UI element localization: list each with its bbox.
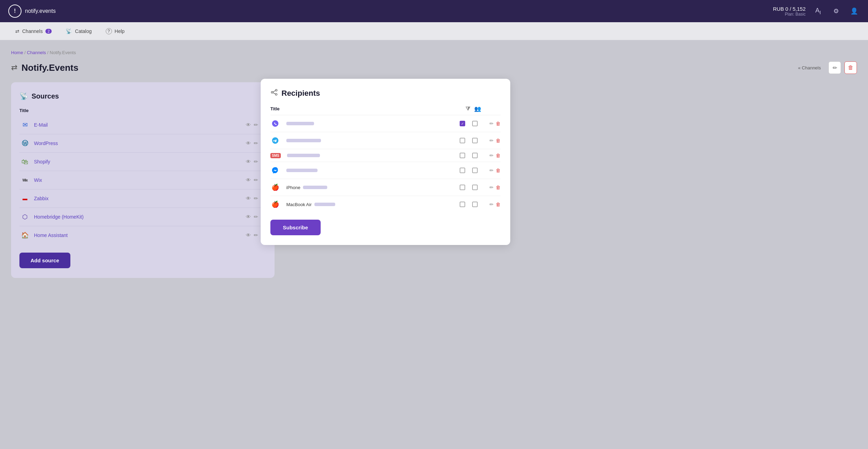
checkbox-macbook-1[interactable]	[460, 202, 465, 207]
rec-check2-iphone[interactable]	[469, 185, 481, 190]
rec-check1-sms[interactable]	[456, 153, 469, 158]
homeassistant-icon: 🏠	[19, 230, 31, 241]
edit-zabbix-button[interactable]: ✏	[254, 195, 258, 202]
view-email-button[interactable]: 👁	[246, 122, 251, 128]
edit-homeassistant-button[interactable]: ✏	[254, 232, 258, 238]
checkbox-messenger-1[interactable]	[460, 168, 465, 173]
view-homeassistant-button[interactable]: 👁	[246, 232, 251, 238]
delete-channel-button[interactable]: 🗑	[844, 61, 857, 74]
rec-check2-messenger[interactable]	[469, 168, 481, 173]
sources-title: Sources	[32, 92, 59, 100]
user-icon[interactable]: 👤	[849, 6, 860, 17]
edit-homebridge-button[interactable]: ✏	[254, 214, 258, 220]
checkbox-viber-2[interactable]	[472, 121, 478, 126]
rec-row-iphone: 🍎 iPhone ✏ 🗑	[270, 179, 501, 196]
rec-check2-viber[interactable]	[469, 121, 481, 126]
edit-messenger-button[interactable]: ✏	[489, 168, 494, 173]
group-icon[interactable]: 👥	[474, 105, 481, 112]
view-wix-button[interactable]: 👁	[246, 177, 251, 183]
rec-blur-telegram	[286, 139, 321, 142]
filter-icon[interactable]: ⧩	[466, 106, 470, 112]
recipients-icon	[270, 88, 278, 98]
source-row-homeassistant: 🏠 Home Assistant 👁 ✏ 🗑	[19, 226, 266, 244]
rec-check2-sms[interactable]	[469, 153, 481, 158]
checkbox-iphone-2[interactable]	[472, 185, 478, 190]
rec-check1-macbook[interactable]	[456, 202, 469, 207]
recipients-table-header: Title ⧩ 👥	[270, 104, 501, 115]
source-row-email: ✉ E-Mail 👁 ✏ 🗑	[19, 116, 266, 134]
nav-channels[interactable]: ⇄ Channels 2	[8, 22, 59, 40]
checkbox-telegram-1[interactable]	[460, 138, 465, 143]
edit-iphone-button[interactable]: ✏	[489, 185, 494, 190]
nav-catalog[interactable]: 📡 Catalog	[59, 22, 98, 40]
edit-telegram-button[interactable]: ✏	[489, 138, 494, 143]
rec-check1-iphone[interactable]	[456, 185, 469, 190]
edit-channel-button[interactable]: ✏	[828, 61, 841, 74]
header-actions: « Channels ✏ 🗑	[794, 61, 857, 74]
breadcrumb-channels[interactable]: Channels	[27, 50, 46, 55]
rec-check1-viber[interactable]: ✓	[456, 121, 469, 126]
recipients-header: Recipients	[270, 88, 501, 98]
logo-icon: !	[8, 5, 21, 18]
rec-name-macbook: 🍎 MacBook Air	[270, 200, 456, 209]
checkbox-messenger-2[interactable]	[472, 168, 478, 173]
shopify-icon: 🛍	[19, 156, 31, 167]
source-name-homeassistant[interactable]: Home Assistant	[34, 232, 246, 238]
channels-icon: ⇄	[15, 28, 19, 34]
checkbox-viber-1[interactable]: ✓	[460, 121, 465, 126]
edit-macbook-button[interactable]: ✏	[489, 202, 494, 207]
back-channels-button[interactable]: « Channels	[794, 63, 825, 73]
rec-actions-sms: ✏ 🗑	[481, 153, 501, 158]
rec-row-telegram: ✏ 🗑	[270, 132, 501, 149]
checkbox-macbook-2[interactable]	[472, 202, 478, 207]
source-name-shopify[interactable]: Shopify	[34, 159, 246, 164]
source-name-zabbix[interactable]: Zabbix	[34, 196, 246, 201]
checkbox-iphone-1[interactable]	[460, 185, 465, 190]
channels-badge: 2	[45, 29, 52, 34]
email-icon: ✉	[19, 119, 31, 130]
page-title-area: ⇄ Notify.Events	[11, 62, 78, 73]
source-name-wix[interactable]: Wix	[34, 177, 246, 183]
view-shopify-button[interactable]: 👁	[246, 159, 251, 165]
settings-icon[interactable]: ⚙	[831, 6, 842, 17]
rec-check1-messenger[interactable]	[456, 168, 469, 173]
checkbox-sms-1[interactable]	[460, 153, 465, 158]
ai-button[interactable]: AI	[813, 6, 824, 17]
edit-wix-button[interactable]: ✏	[254, 177, 258, 183]
rec-row-macbook: 🍎 MacBook Air ✏ 🗑	[270, 196, 501, 213]
rec-check2-macbook[interactable]	[469, 202, 481, 207]
svg-point-0	[276, 90, 277, 91]
delete-macbook-button[interactable]: 🗑	[496, 202, 501, 207]
nav-help[interactable]: ? Help	[99, 22, 132, 40]
delete-viber-button[interactable]: 🗑	[496, 121, 501, 126]
edit-shopify-button[interactable]: ✏	[254, 159, 258, 165]
page-title: Notify.Events	[21, 62, 78, 73]
delete-messenger-button[interactable]: 🗑	[496, 168, 501, 173]
view-homebridge-button[interactable]: 👁	[246, 214, 251, 220]
breadcrumb-home[interactable]: Home	[11, 50, 23, 55]
delete-sms-button[interactable]: 🗑	[496, 153, 501, 158]
delete-telegram-button[interactable]: 🗑	[496, 138, 501, 143]
view-zabbix-button[interactable]: 👁	[246, 195, 251, 202]
checkbox-telegram-2[interactable]	[472, 138, 478, 143]
edit-sms-button[interactable]: ✏	[489, 153, 494, 158]
top-navbar: ! notify.events RUB 0 / 5,152 Plan: Basi…	[0, 0, 868, 22]
checkbox-sms-2[interactable]	[472, 153, 478, 158]
edit-wordpress-button[interactable]: ✏	[254, 140, 258, 146]
add-source-button[interactable]: Add source	[19, 253, 70, 268]
source-row-zabbix: ▬ Zabbix 👁 ✏ 🗑	[19, 189, 266, 208]
source-name-email[interactable]: E-Mail	[34, 122, 246, 128]
edit-email-button[interactable]: ✏	[254, 122, 258, 128]
source-name-homebridge[interactable]: Homebridge (HomeKit)	[34, 214, 246, 220]
catalog-icon: 📡	[66, 28, 72, 34]
view-wordpress-button[interactable]: 👁	[246, 140, 251, 146]
page-header: ⇄ Notify.Events « Channels ✏ 🗑	[11, 61, 857, 74]
subscribe-button[interactable]: Subscribe	[270, 220, 321, 235]
rec-check2-telegram[interactable]	[469, 138, 481, 143]
source-name-wordpress[interactable]: WordPress	[34, 141, 246, 146]
rec-check1-telegram[interactable]	[456, 138, 469, 143]
logo-area[interactable]: ! notify.events	[8, 5, 56, 18]
rec-actions-telegram: ✏ 🗑	[481, 138, 501, 143]
delete-iphone-button[interactable]: 🗑	[496, 185, 501, 190]
edit-viber-button[interactable]: ✏	[489, 121, 494, 126]
